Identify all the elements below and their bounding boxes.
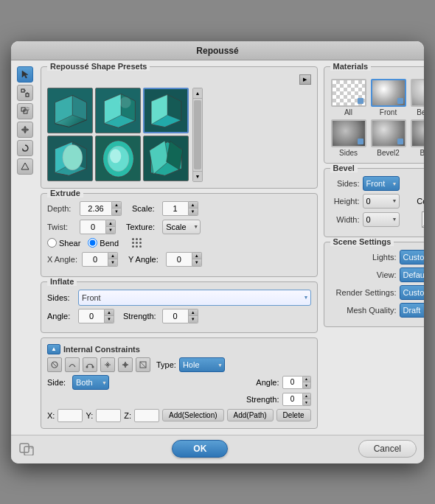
add-selection-btn[interactable]: Add(Selection)	[162, 409, 224, 421]
scale-input[interactable]	[162, 201, 189, 216]
delete-btn[interactable]: Delete	[276, 409, 311, 421]
ok-button[interactable]: OK	[172, 440, 228, 458]
constraints-label: Internal Constraints	[63, 345, 140, 354]
constraint-strength-label: Strength:	[246, 395, 279, 404]
y-angle-down[interactable]: ▼	[192, 259, 201, 266]
side-select[interactable]: Both Front Back	[72, 375, 109, 390]
material-all[interactable]: All	[330, 79, 367, 116]
preset-item-2[interactable]	[95, 88, 141, 133]
x-angle-up[interactable]: ▲	[108, 253, 117, 259]
bevel-sides-select[interactable]: Front Back Both	[363, 176, 400, 191]
texture-select-wrap: Scale Tile Flip	[162, 220, 201, 234]
con-str-down[interactable]: ▼	[303, 399, 310, 405]
constraints-section: ▲ Internal Constraints	[41, 337, 318, 429]
view-select[interactable]: Default Custom	[400, 267, 424, 282]
type-select[interactable]: Hole Extrude	[179, 357, 225, 372]
shape-tool[interactable]	[17, 158, 33, 175]
y-angle-input[interactable]	[166, 252, 192, 267]
inflate-angle-down[interactable]: ▼	[105, 316, 114, 323]
svg-point-25	[63, 144, 83, 169]
constraint-tool-1[interactable]	[47, 357, 62, 372]
mesh-select[interactable]: Draft Medium High	[400, 303, 424, 318]
x-angle-input[interactable]	[82, 252, 108, 267]
preset-item-4[interactable]	[47, 136, 93, 181]
presets-scroll-down[interactable]: ▼	[193, 171, 202, 181]
presets-menu-btn[interactable]: ▶	[299, 74, 311, 85]
shear-radio-label[interactable]: Shear	[47, 238, 80, 248]
inflate-angle-up[interactable]: ▲	[105, 309, 114, 316]
constraints-strength-row: Strength: ▲ ▼	[47, 393, 311, 406]
scale-down[interactable]: ▼	[189, 209, 198, 215]
bevel-width-label: Width:	[330, 215, 360, 224]
material-sides-label: Sides	[339, 149, 358, 157]
extrude-twist-row: Twist: ▲ ▼ Texture: Scale Tile Flip	[47, 220, 311, 234]
lights-select[interactable]: Custom Default	[400, 250, 424, 265]
material-bevel1[interactable]: Bevel1	[410, 79, 424, 116]
x-coord-input[interactable]	[58, 409, 83, 422]
constraint-tool-5[interactable]	[118, 357, 133, 372]
z-coord-input[interactable]	[134, 409, 159, 422]
svg-point-29	[110, 149, 121, 163]
constraints-second-row: Side: Both Front Back Angle: ▲	[47, 375, 311, 390]
preset-item-1[interactable]	[47, 88, 93, 133]
twist-input[interactable]	[80, 220, 106, 234]
material-front-thumb	[371, 79, 406, 107]
scale-up[interactable]: ▲	[189, 202, 198, 209]
twist-down[interactable]: ▼	[106, 227, 115, 234]
constraint-tool-4[interactable]	[100, 357, 115, 372]
inflate-str-down[interactable]: ▼	[189, 316, 198, 323]
inflate-str-up[interactable]: ▲	[189, 309, 198, 316]
bevel-height-select[interactable]: 0	[363, 194, 400, 209]
add-path-btn[interactable]: Add(Path)	[227, 409, 274, 421]
constraint-tool-2[interactable]	[65, 357, 80, 372]
depth-down[interactable]: ▼	[112, 209, 121, 215]
cursor-tool[interactable]	[17, 66, 33, 83]
y-angle-up[interactable]: ▲	[192, 253, 201, 259]
bend-radio-label[interactable]: Bend	[88, 238, 119, 248]
depth-input[interactable]	[80, 201, 112, 216]
constraint-strength-input[interactable]	[282, 393, 303, 406]
preset-item-3[interactable]	[143, 88, 189, 133]
bevel-width-select[interactable]: 0	[363, 212, 400, 227]
shear-radio[interactable]	[47, 238, 57, 248]
render-select[interactable]: Custom Default	[400, 285, 424, 300]
materials-section: Materials All	[324, 66, 424, 164]
inflate-strength-input[interactable]	[162, 309, 189, 323]
material-bevel2[interactable]: Bevel2	[370, 119, 407, 157]
material-back[interactable]: Back	[410, 119, 424, 157]
preset-item-6[interactable]	[143, 136, 189, 181]
presets-scroll-up[interactable]: ▲	[193, 88, 202, 99]
svg-point-34	[92, 365, 94, 368]
inflate-sides-select[interactable]: Front Back Both	[78, 290, 311, 306]
multi-tool[interactable]	[17, 103, 33, 119]
constraint-tool-3[interactable]	[83, 357, 97, 372]
constraint-angle-input[interactable]	[282, 376, 303, 389]
y-coord-input[interactable]	[96, 409, 121, 422]
view-select-wrap: Default Custom	[400, 267, 424, 282]
x-angle-down[interactable]: ▼	[108, 259, 117, 266]
bevel-width-wrap: 0	[363, 212, 400, 227]
rotate-tool[interactable]	[17, 140, 33, 156]
materials-grid: All Front	[330, 79, 424, 157]
presets-section: Repoussé Shape Presets ▶	[41, 66, 318, 189]
transform-tool[interactable]	[17, 85, 33, 101]
presets-scroll-thumb[interactable]	[194, 100, 201, 169]
preset-item-5[interactable]	[95, 136, 141, 181]
bend-radio[interactable]	[88, 238, 97, 248]
con-angle-up[interactable]: ▲	[303, 377, 310, 382]
inflate-angle-input[interactable]	[78, 309, 105, 323]
inflate-strength-stepper: ▲ ▼	[189, 309, 198, 323]
depth-up[interactable]: ▲	[112, 202, 121, 209]
texture-select[interactable]: Scale Tile Flip	[162, 220, 201, 234]
twist-up[interactable]: ▲	[106, 220, 115, 227]
con-angle-down[interactable]: ▼	[303, 382, 310, 388]
con-str-up[interactable]: ▲	[303, 393, 310, 399]
cancel-button[interactable]: Cancel	[358, 440, 417, 458]
material-front[interactable]: Front	[370, 79, 407, 116]
constraint-tool-6[interactable]	[136, 357, 150, 372]
constraints-collapse-btn[interactable]: ▲	[47, 344, 60, 354]
move-tool[interactable]	[17, 122, 33, 138]
material-bevel2-label: Bevel2	[377, 149, 400, 157]
material-sides[interactable]: Sides	[330, 119, 367, 157]
contour-thumb[interactable]: ▼	[422, 211, 424, 228]
